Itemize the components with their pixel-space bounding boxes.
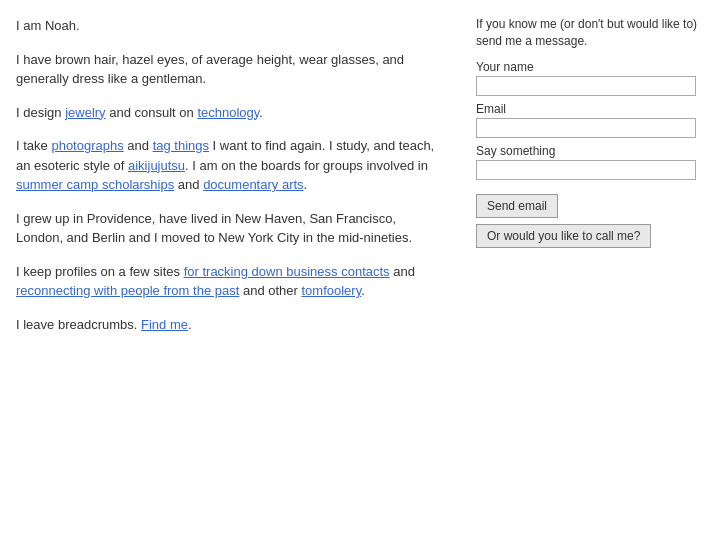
para-breadcrumbs: I leave breadcrumbs. Find me. bbox=[16, 315, 446, 335]
jewelry-link[interactable]: jewelry bbox=[65, 105, 105, 120]
intro-text: I am Noah. bbox=[16, 18, 80, 33]
name-input[interactable] bbox=[476, 76, 696, 96]
design-pre: I design bbox=[16, 105, 65, 120]
main-content: I am Noah. I have brown hair, hazel eyes… bbox=[16, 16, 446, 529]
para-description: I have brown hair, hazel eyes, of averag… bbox=[16, 50, 446, 89]
tomfoolery-link[interactable]: tomfoolery bbox=[301, 283, 361, 298]
act-mid1: and bbox=[124, 138, 153, 153]
bread-post: . bbox=[188, 317, 192, 332]
act-mid4: and bbox=[174, 177, 203, 192]
say-input[interactable] bbox=[476, 160, 696, 180]
act-post: . bbox=[304, 177, 308, 192]
para-profiles: I keep profiles on a few sites for track… bbox=[16, 262, 446, 301]
aikijujutsu-link[interactable]: aikijujutsu bbox=[128, 158, 185, 173]
send-button-wrapper: Send email bbox=[476, 186, 706, 224]
history-text: I grew up in Providence, have lived in N… bbox=[16, 211, 412, 246]
sidebar: If you know me (or don't but would like … bbox=[466, 16, 706, 529]
technology-link[interactable]: technology bbox=[197, 105, 259, 120]
prof-pre: I keep profiles on a few sites bbox=[16, 264, 184, 279]
tag-things-link[interactable]: tag things bbox=[153, 138, 209, 153]
para-history: I grew up in Providence, have lived in N… bbox=[16, 209, 446, 248]
prof-post: . bbox=[361, 283, 365, 298]
scholarships-link[interactable]: summer camp scholarships bbox=[16, 177, 174, 192]
call-me-button[interactable]: Or would you like to call me? bbox=[476, 224, 651, 248]
reconnecting-link[interactable]: reconnecting with people from the past bbox=[16, 283, 239, 298]
call-button-wrapper: Or would you like to call me? bbox=[476, 224, 706, 248]
sidebar-intro: If you know me (or don't but would like … bbox=[476, 16, 706, 50]
email-label: Email bbox=[476, 102, 706, 116]
prof-mid: and bbox=[390, 264, 415, 279]
documentary-link[interactable]: documentary arts bbox=[203, 177, 303, 192]
design-mid: and consult on bbox=[106, 105, 198, 120]
email-input[interactable] bbox=[476, 118, 696, 138]
para-design: I design jewelry and consult on technolo… bbox=[16, 103, 446, 123]
find-me-link[interactable]: Find me bbox=[141, 317, 188, 332]
email-field-group: Email bbox=[476, 102, 706, 138]
page-wrapper: I am Noah. I have brown hair, hazel eyes… bbox=[0, 0, 727, 545]
description-text: I have brown hair, hazel eyes, of averag… bbox=[16, 52, 404, 87]
photographs-link[interactable]: photographs bbox=[51, 138, 123, 153]
para-activities: I take photographs and tag things I want… bbox=[16, 136, 446, 195]
tracking-link[interactable]: for tracking down business contacts bbox=[184, 264, 390, 279]
para-intro: I am Noah. bbox=[16, 16, 446, 36]
name-label: Your name bbox=[476, 60, 706, 74]
name-field-group: Your name bbox=[476, 60, 706, 96]
say-field-group: Say something bbox=[476, 144, 706, 180]
prof-mid2: and other bbox=[239, 283, 301, 298]
send-email-button[interactable]: Send email bbox=[476, 194, 558, 218]
bread-pre: I leave breadcrumbs. bbox=[16, 317, 141, 332]
design-post: . bbox=[259, 105, 263, 120]
say-label: Say something bbox=[476, 144, 706, 158]
act-mid3: . I am on the boards for groups involved… bbox=[185, 158, 428, 173]
act-pre: I take bbox=[16, 138, 51, 153]
